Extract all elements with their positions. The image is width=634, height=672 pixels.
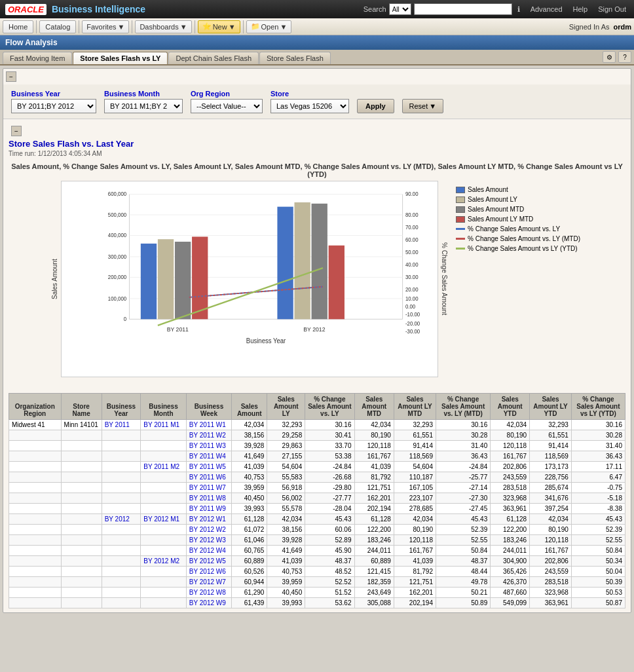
table-cell[interactable]: BY 2012 W3 xyxy=(186,535,231,546)
table-cell[interactable] xyxy=(9,577,62,588)
table-cell[interactable] xyxy=(141,430,187,441)
table-cell[interactable] xyxy=(61,514,102,525)
table-cell[interactable]: BY 2011 W5 xyxy=(186,462,231,472)
table-cell[interactable] xyxy=(61,577,102,588)
signout-button[interactable]: Sign Out xyxy=(595,4,629,14)
table-cell[interactable] xyxy=(9,462,62,472)
table-cell[interactable] xyxy=(61,535,102,546)
tab-store-sales-flash[interactable]: Store Sales Flash xyxy=(259,52,331,64)
table-cell[interactable] xyxy=(61,462,102,472)
table-cell[interactable] xyxy=(141,525,187,535)
table-cell[interactable] xyxy=(102,598,141,608)
tab-settings-icon[interactable]: ⚙ xyxy=(603,51,616,63)
table-cell[interactable] xyxy=(9,556,62,567)
table-cell[interactable] xyxy=(141,451,187,462)
business-month-select[interactable]: BY 2011 M1;BY 2 xyxy=(104,99,183,113)
table-cell[interactable]: BY 2011 xyxy=(102,420,141,430)
table-cell[interactable] xyxy=(61,525,102,535)
tab-fast-moving-item[interactable]: Fast Moving Item xyxy=(3,52,72,64)
apply-button[interactable]: Apply xyxy=(357,99,394,113)
table-cell[interactable]: BY 2012 W5 xyxy=(186,556,231,567)
table-cell[interactable] xyxy=(102,588,141,598)
open-dropdown[interactable]: 📁 Open ▼ xyxy=(246,20,292,33)
table-cell[interactable] xyxy=(61,483,102,493)
table-cell[interactable] xyxy=(102,567,141,577)
help-button[interactable]: Help xyxy=(570,4,591,14)
table-cell[interactable] xyxy=(102,483,141,493)
table-cell[interactable] xyxy=(9,525,62,535)
table-cell[interactable] xyxy=(61,493,102,504)
table-cell[interactable] xyxy=(141,567,187,577)
filter-collapse-button[interactable]: − xyxy=(6,71,16,82)
search-input[interactable] xyxy=(414,3,512,15)
table-cell[interactable]: Minn 14101 xyxy=(61,420,102,430)
reset-button[interactable]: Reset ▼ xyxy=(402,99,444,113)
tab-dept-chain-sales-flash[interactable]: Dept Chain Sales Flash xyxy=(168,52,259,64)
table-cell[interactable] xyxy=(61,598,102,608)
table-cell[interactable]: BY 2012 M2 xyxy=(141,556,187,567)
dashboards-dropdown[interactable]: Dashboards ▼ xyxy=(135,20,191,33)
favorites-dropdown[interactable]: Favorites ▼ xyxy=(82,20,129,33)
table-cell[interactable] xyxy=(9,598,62,608)
report-collapse-button[interactable]: − xyxy=(11,126,22,136)
table-cell[interactable]: BY 2012 M1 xyxy=(141,514,187,525)
table-cell[interactable]: BY 2012 xyxy=(102,514,141,525)
table-cell[interactable] xyxy=(61,430,102,441)
table-cell[interactable]: BY 2011 W8 xyxy=(186,493,231,504)
table-cell[interactable] xyxy=(9,451,62,462)
table-cell[interactable] xyxy=(141,493,187,504)
table-cell[interactable] xyxy=(102,556,141,567)
search-info-icon[interactable]: ℹ xyxy=(515,4,523,15)
table-cell[interactable]: BY 2011 W4 xyxy=(186,451,231,462)
table-cell[interactable] xyxy=(61,441,102,451)
table-cell[interactable] xyxy=(61,556,102,567)
table-cell[interactable]: BY 2012 W9 xyxy=(186,598,231,608)
table-cell[interactable] xyxy=(141,504,187,514)
table-cell[interactable] xyxy=(141,483,187,493)
table-cell[interactable] xyxy=(141,441,187,451)
tab-store-sales-flash-vs-ly[interactable]: Store Sales Flash vs LY xyxy=(73,52,168,64)
table-cell[interactable] xyxy=(102,430,141,441)
new-dropdown[interactable]: ⭐ New ▼ xyxy=(198,20,240,33)
table-cell[interactable] xyxy=(9,430,62,441)
table-cell[interactable]: BY 2011 W3 xyxy=(186,441,231,451)
table-cell[interactable] xyxy=(61,546,102,556)
table-cell[interactable] xyxy=(9,567,62,577)
org-region-select[interactable]: --Select Value-- xyxy=(191,99,263,113)
table-cell[interactable] xyxy=(141,535,187,546)
table-cell[interactable] xyxy=(102,577,141,588)
table-cell[interactable] xyxy=(9,472,62,483)
search-scope-select[interactable]: All xyxy=(389,3,411,15)
advanced-button[interactable]: Advanced xyxy=(528,4,565,14)
table-cell[interactable] xyxy=(9,514,62,525)
table-cell[interactable]: BY 2011 M1 xyxy=(141,420,187,430)
table-cell[interactable] xyxy=(141,472,187,483)
home-button[interactable]: Home xyxy=(3,20,33,33)
catalog-button[interactable]: Catalog xyxy=(39,20,76,33)
table-cell[interactable] xyxy=(61,588,102,598)
table-cell[interactable] xyxy=(61,451,102,462)
table-cell[interactable] xyxy=(102,546,141,556)
table-cell[interactable] xyxy=(102,451,141,462)
table-cell[interactable] xyxy=(9,535,62,546)
table-cell[interactable] xyxy=(141,588,187,598)
table-cell[interactable]: BY 2012 W6 xyxy=(186,567,231,577)
store-select[interactable]: Las Vegas 15206 xyxy=(270,99,349,113)
table-cell[interactable] xyxy=(9,493,62,504)
table-cell[interactable]: BY 2011 W2 xyxy=(186,430,231,441)
table-cell[interactable]: BY 2011 W6 xyxy=(186,472,231,483)
table-cell[interactable] xyxy=(102,462,141,472)
table-cell[interactable] xyxy=(141,577,187,588)
tab-help-icon[interactable]: ? xyxy=(618,51,631,63)
table-cell[interactable]: BY 2011 W1 xyxy=(186,420,231,430)
table-cell[interactable] xyxy=(9,546,62,556)
table-cell[interactable] xyxy=(61,504,102,514)
business-year-select[interactable]: BY 2011;BY 2012 xyxy=(11,99,96,113)
table-cell[interactable]: BY 2012 W7 xyxy=(186,577,231,588)
table-cell[interactable] xyxy=(141,546,187,556)
table-cell[interactable] xyxy=(9,504,62,514)
table-cell[interactable] xyxy=(102,525,141,535)
table-cell[interactable] xyxy=(9,441,62,451)
table-cell[interactable]: BY 2011 W9 xyxy=(186,504,231,514)
table-cell[interactable] xyxy=(102,504,141,514)
